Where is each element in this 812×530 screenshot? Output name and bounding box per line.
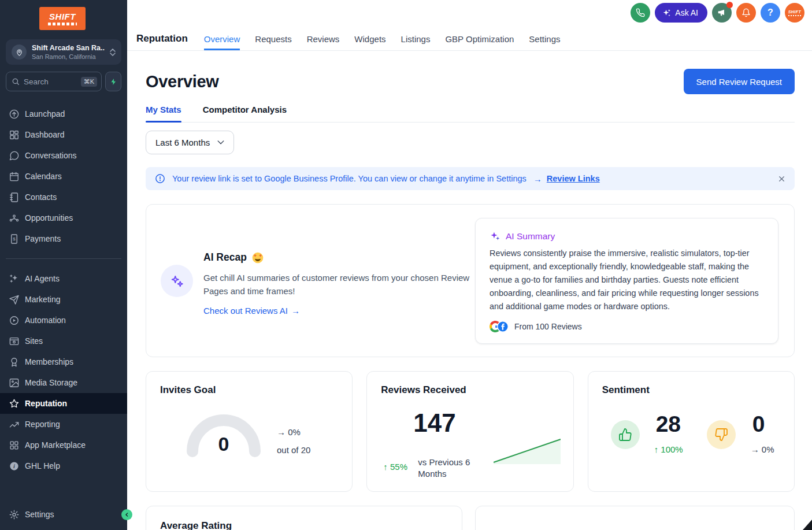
search-input[interactable]: Search ⌘K [6, 72, 102, 91]
sidebar-item-conversations[interactable]: Conversations [0, 145, 127, 166]
question-icon: ? [767, 8, 773, 18]
phone-icon [636, 8, 645, 17]
account-name: Shift Arcade San Ra... [32, 44, 105, 52]
sidebar-item-label: Payments [25, 234, 61, 243]
sidebar-item-label: Dashboard [25, 130, 65, 139]
page-title: Overview [146, 72, 219, 91]
sidebar-item-label: Contacts [25, 192, 57, 202]
sidebar-item-opportunities[interactable]: Opportunities [0, 207, 127, 228]
lightning-icon [110, 78, 117, 86]
sidebar-item-label: Reputation [25, 399, 67, 408]
bell-icon [741, 8, 751, 17]
banner-message: Your review link is set to Google Busine… [172, 174, 526, 183]
sidebar-item-launchpad[interactable]: Launchpad [0, 103, 127, 124]
sidebar-item-label: App Marketplace [25, 440, 86, 450]
sidebar-item-reporting[interactable]: Reporting [0, 414, 127, 435]
reviews-received-change: ↑ 55% [383, 462, 407, 472]
app-marketplace-icon [9, 440, 20, 451]
tab-requests[interactable]: Requests [255, 27, 291, 50]
user-pin-icon [15, 48, 24, 57]
sidebar-item-label: Opportunities [25, 213, 73, 223]
notification-dot [726, 2, 733, 8]
invites-goal-change: → 0% [277, 427, 310, 437]
tab-settings[interactable]: Settings [529, 27, 560, 50]
sidebar-item-sites[interactable]: Sites [0, 331, 127, 351]
quick-actions-button[interactable] [105, 72, 121, 91]
sidebar-item-payments[interactable]: $Payments [0, 228, 127, 249]
sidebar-item-settings[interactable]: Settings [0, 504, 127, 525]
reviews-sparkline [494, 438, 561, 464]
ai-recap-description: Get chill AI summaries of customer revie… [203, 271, 475, 298]
ai-agents-icon [9, 273, 20, 284]
sidebar-item-calendars[interactable]: Calendars [0, 166, 127, 187]
tab-gbp-optimization[interactable]: GBP Optimization [445, 27, 514, 50]
sidebar-item-ghl-help[interactable]: iGHL Help [0, 455, 127, 476]
stats-tabs: My StatsCompetitor Analysis [146, 105, 795, 123]
ask-ai-button[interactable]: Ask AI [655, 3, 707, 23]
invites-goal-target: out of 20 [277, 445, 310, 455]
help-button[interactable]: ? [761, 3, 780, 23]
conversations-icon [9, 150, 20, 161]
ai-summary-card: AI Summary Reviews consistently praise t… [475, 218, 778, 344]
sidebar-item-label: Marketing [25, 295, 60, 304]
date-range-value: Last 6 Months [155, 138, 210, 147]
sidebar-item-automation[interactable]: Automation [0, 310, 127, 331]
sidebar-item-contacts[interactable]: Contacts [0, 187, 127, 207]
tab-widgets[interactable]: Widgets [354, 27, 385, 50]
announcements-button[interactable] [712, 3, 732, 23]
star-struck-emoji [252, 252, 264, 264]
sidebar-item-reputation[interactable]: Reputation [0, 393, 127, 414]
thumbs-down-icon [707, 420, 736, 449]
ghl-help-icon: i [9, 461, 20, 472]
arrow-right-icon: → [533, 174, 542, 184]
sparkles-icon [490, 231, 500, 242]
reviews-received-value: 147 [413, 409, 455, 438]
tab-reviews[interactable]: Reviews [307, 27, 340, 50]
invites-goal-value: 0 [183, 433, 264, 455]
review-link-banner: Your review link is set to Google Busine… [146, 167, 795, 190]
notifications-button[interactable] [736, 3, 756, 23]
sidebar-item-dashboard[interactable]: Dashboard [0, 124, 127, 145]
sidebar-item-memberships[interactable]: Memberships [0, 351, 127, 372]
sidebar-item-app-marketplace[interactable]: App Marketplace [0, 435, 127, 455]
phone-button[interactable] [631, 3, 650, 23]
banner-close-button[interactable] [778, 175, 785, 183]
sites-icon [9, 336, 20, 347]
sidebar-item-label: Reporting [25, 420, 60, 429]
account-location: San Ramon, California [32, 53, 105, 60]
check-out-reviews-ai-link[interactable]: Check out Reviews AI → [203, 306, 475, 316]
megaphone-icon [717, 8, 726, 17]
sentiment-positive-change: ↑ 100% [654, 444, 683, 454]
sidebar-item-label: Calendars [25, 172, 62, 181]
media-storage-icon [9, 377, 20, 388]
sparkles-icon [169, 273, 184, 288]
svg-text:$: $ [13, 236, 16, 242]
date-range-select[interactable]: Last 6 Months [146, 131, 234, 154]
app: SHIFT Shift Arcade San Ra... San Ramon, … [0, 0, 812, 530]
invites-goal-gauge: 0 [183, 405, 264, 465]
invites-goal-title: Invites Goal [160, 384, 338, 396]
sidebar-item-label: Automation [25, 316, 66, 325]
agency-logo-button[interactable]: SHIFT [785, 3, 804, 23]
brand-logo-sub [48, 23, 77, 25]
sidebar-item-marketing[interactable]: Marketing [0, 289, 127, 310]
close-icon [778, 175, 785, 183]
search-icon [12, 77, 20, 86]
search-shortcut: ⌘K [81, 77, 97, 87]
average-rating-title: Average Rating [160, 520, 448, 530]
content: Overview Send Review Request My StatsCom… [127, 69, 812, 530]
sparkles-icon [662, 9, 671, 17]
tab-my-stats[interactable]: My Stats [146, 105, 181, 122]
sentiment-negative-count: 0 [752, 412, 765, 437]
sidebar-item-ai-agents[interactable]: AI Agents [0, 268, 127, 289]
sidebar-collapse-button[interactable] [121, 509, 132, 520]
account-switcher[interactable]: Shift Arcade San Ra... San Ramon, Califo… [6, 39, 121, 65]
send-review-request-button[interactable]: Send Review Request [684, 69, 795, 94]
tab-competitor-analysis[interactable]: Competitor Analysis [203, 105, 287, 122]
tab-overview[interactable]: Overview [204, 27, 240, 50]
tab-listings[interactable]: Listings [401, 27, 431, 50]
sidebar-item-label: GHL Help [25, 461, 60, 470]
review-links-link[interactable]: Review Links [547, 174, 600, 183]
bottom-right-card [475, 506, 795, 530]
sidebar-item-media-storage[interactable]: Media Storage [0, 372, 127, 393]
